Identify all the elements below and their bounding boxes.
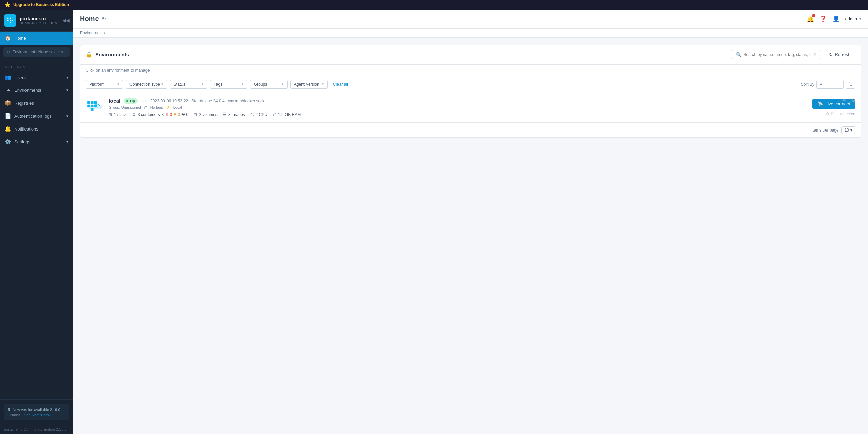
sidebar-collapse-icon[interactable]: ◀◀: [62, 18, 70, 23]
stacks-icon: ⊞: [109, 112, 112, 117]
sidebar: portainer.io Community Edition ◀◀ 🏠 Home…: [0, 10, 73, 434]
live-connect-button[interactable]: 📡 Live connect: [812, 99, 855, 109]
groups-filter[interactable]: Groups ▾: [250, 80, 288, 89]
page-title: Home: [80, 15, 99, 23]
env-selector[interactable]: ⊘ Environment: None selected: [3, 47, 70, 57]
environments-chevron-icon: ▾: [66, 88, 68, 92]
edit-button[interactable]: ✏: [842, 97, 847, 103]
auth-logs-icon: 📄: [5, 113, 11, 119]
items-per-page-select[interactable]: 10 ▾: [841, 126, 855, 134]
agent-version-label: Agent Version: [294, 82, 319, 87]
disconnected-label: ⊘ Disconnected: [826, 111, 855, 116]
containers-detail: 3 ⊗ 0 ❤ 0: [161, 112, 188, 117]
sidebar-item-authentication-logs[interactable]: 📄 Authentication logs ▾: [0, 109, 73, 122]
svg-rect-0: [7, 20, 9, 21]
refresh-btn-label: Refresh: [835, 52, 850, 57]
svg-rect-2: [12, 20, 13, 21]
sidebar-item-home-label: Home: [14, 36, 26, 41]
status-filter[interactable]: Status ▾: [170, 80, 207, 89]
clear-all-button[interactable]: Clear all: [330, 80, 351, 88]
agent-version-filter[interactable]: Agent Version ▾: [290, 80, 328, 89]
upgrade-bar-label: Upgrade to Business Edition: [13, 2, 69, 7]
status-filter-label: Status: [174, 82, 185, 87]
svg-rect-4: [10, 18, 11, 19]
environments-panel-title: Environments: [95, 52, 129, 57]
tags-filter-label: Tags: [214, 82, 222, 87]
auth-logs-chevron-icon: ▾: [66, 114, 68, 118]
env-name[interactable]: local: [109, 98, 120, 104]
search-icon: 🔍: [736, 52, 741, 57]
search-clear-icon[interactable]: ✕: [813, 52, 817, 57]
tags-filter[interactable]: Tags ▾: [210, 80, 247, 89]
refresh-btn-icon: ↻: [829, 52, 833, 57]
groups-filter-label: Groups: [254, 82, 267, 87]
live-connect-icon: 📡: [818, 101, 823, 106]
env-group: Group: Unassigned: [109, 105, 141, 109]
env-timestamp: 2023-09-06 10:53:22: [150, 99, 188, 103]
user-chevron-icon: ▾: [859, 17, 861, 21]
main-header: Home ↻ 🔔 ❓ 👤 admin ▾: [73, 10, 868, 29]
environment-card: local Up ⟿ 2023-09-06 10:53:22 Standalon…: [80, 92, 861, 123]
version-icon: ⬆: [7, 407, 11, 412]
notification-badge: [812, 14, 815, 17]
env-name-row: local Up ⟿ 2023-09-06 10:53:22 Standalon…: [109, 98, 807, 104]
sidebar-item-notifications[interactable]: 🔔 Notifications: [0, 122, 73, 135]
notification-icon[interactable]: 🔔: [806, 15, 814, 23]
connection-type-filter[interactable]: Connection Type ▾: [126, 80, 167, 89]
ram-icon: ⬡: [273, 112, 276, 117]
sort-select[interactable]: ▾: [816, 80, 844, 89]
local-icon: ⚡: [166, 105, 171, 109]
user-menu[interactable]: admin ▾: [845, 16, 861, 21]
svg-rect-3: [7, 18, 9, 19]
connection-type-chevron-icon: ▾: [161, 82, 163, 86]
help-icon[interactable]: ❓: [819, 15, 827, 23]
sort-chevron-icon: ▾: [820, 82, 822, 87]
settings-chevron-icon: ▾: [66, 140, 68, 144]
sidebar-item-settings-label: Settings: [14, 139, 30, 144]
env-local-label: Local: [173, 105, 182, 109]
sidebar-footer: ⬆ New version available 2.19.0 Dismiss S…: [0, 399, 73, 424]
platform-chevron-icon: ▾: [117, 82, 119, 86]
items-per-page-label: Items per page: [812, 128, 839, 133]
main-content: Home ↻ 🔔 ❓ 👤 admin ▾ Environments: [73, 10, 868, 434]
search-input[interactable]: [743, 52, 811, 57]
sidebar-item-registries[interactable]: 📦 Registries: [0, 97, 73, 109]
panel-actions: 🔍 ✕ ↻ Refresh: [732, 50, 855, 59]
new-version-banner: ⬆ New version available 2.19.0 Dismiss S…: [4, 404, 69, 420]
volumes-stat: ⊟ 2 volumes: [194, 112, 218, 117]
sidebar-item-registries-label: Registries: [14, 101, 34, 106]
pulse-icon: ⟿: [141, 99, 147, 103]
sidebar-item-users[interactable]: 👥 Users ▾: [0, 71, 73, 84]
search-box[interactable]: 🔍 ✕: [732, 50, 820, 59]
pause-icon: ❤: [173, 112, 177, 117]
env-selector-value: None selected: [38, 50, 65, 54]
whats-new-button[interactable]: See what's new: [24, 413, 50, 417]
dismiss-button[interactable]: Dismiss: [7, 413, 21, 417]
stacks-stat: ⊞ 1 stack: [109, 112, 127, 117]
environment-info: local Up ⟿ 2023-09-06 10:53:22 Standalon…: [109, 98, 807, 117]
sidebar-item-home[interactable]: 🏠 Home: [0, 32, 73, 45]
environments-panel: 🔒 Environments 🔍 ✕ ↻ Refresh: [80, 45, 861, 138]
sidebar-item-environments[interactable]: 🖥 Environments ▾: [0, 84, 73, 97]
refresh-button[interactable]: ↻ Refresh: [824, 50, 855, 59]
other-icon: ❤: [181, 112, 185, 117]
status-badge: Up: [124, 98, 138, 104]
environments-panel-icon: 🔒: [86, 51, 92, 58]
environments-icon: 🖥: [5, 87, 11, 93]
notifications-icon: 🔔: [5, 126, 11, 132]
logo-text: portainer.io Community Edition: [20, 16, 57, 25]
user-icon[interactable]: 👤: [832, 15, 840, 23]
status-dot: [126, 100, 128, 102]
upgrade-bar[interactable]: ⭐ Upgrade to Business Edition: [0, 0, 868, 10]
page-refresh-icon[interactable]: ↻: [102, 16, 106, 22]
platform-filter[interactable]: Platform ▾: [86, 80, 123, 89]
sidebar-item-notifications-label: Notifications: [14, 126, 38, 132]
cpu-stat: ⬡ 2 CPU: [250, 112, 267, 117]
logo-name: portainer.io: [20, 16, 57, 21]
env-settings-button[interactable]: ⚙: [851, 97, 855, 103]
disconnected-icon: ⊘: [826, 111, 829, 116]
containers-paused: ❤ 0: [173, 112, 180, 117]
sort-order-button[interactable]: ⇅: [846, 80, 855, 89]
sidebar-logo: portainer.io Community Edition ◀◀: [0, 10, 73, 32]
sidebar-item-settings[interactable]: ⚙️ Settings ▾: [0, 135, 73, 148]
